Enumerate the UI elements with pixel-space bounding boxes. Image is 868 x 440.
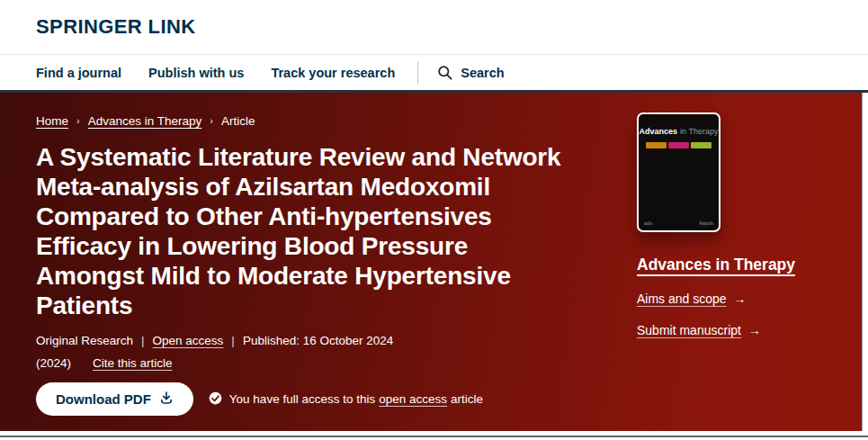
breadcrumb-chevron-icon: ›: [76, 115, 80, 126]
article-type: Original Research: [36, 334, 133, 347]
cover-title-rest: in Therapy: [680, 127, 718, 136]
check-circle-icon: [209, 391, 229, 408]
title-line: A Systematic Literature Review and Netwo…: [36, 142, 625, 172]
article-year: (2024): [36, 356, 71, 370]
submit-manuscript-link[interactable]: Submit manuscript→: [637, 323, 848, 337]
nav-divider: [417, 61, 418, 85]
springer-link-logo[interactable]: SPRINGER LINK: [36, 15, 196, 39]
open-access-link[interactable]: Open access: [153, 334, 224, 347]
section-divider: [0, 436, 868, 437]
cover-bar-orange: [646, 142, 667, 148]
journal-name-link[interactable]: Advances in Therapy: [637, 256, 795, 274]
journal-cover[interactable]: Advancesin Therapy adis Rapids: [637, 112, 720, 232]
search-button[interactable]: Search: [436, 64, 504, 81]
site-header: SPRINGER LINK: [0, 0, 868, 54]
page: SPRINGER LINK Find a journal Publish wit…: [0, 0, 868, 440]
title-line: Patients: [36, 291, 625, 320]
published-date: Published: 16 October 2024: [243, 334, 393, 347]
cover-bar-magenta: [668, 142, 689, 148]
nav-track-your-research[interactable]: Track your research: [271, 66, 395, 80]
open-access-note-link[interactable]: open access: [379, 392, 447, 406]
access-note-text: You have full access to this: [229, 392, 375, 406]
article-actions: Download PDF: [36, 382, 868, 416]
main-nav: Find a journal Publish with us Track you…: [0, 54, 868, 90]
cover-rapids-mark: Rapids: [699, 220, 713, 226]
download-pdf-button[interactable]: Download PDF: [36, 382, 193, 416]
access-note-text: article: [451, 392, 483, 406]
nav-find-a-journal[interactable]: Find a journal: [36, 66, 121, 80]
page-right-gutter: [862, 93, 868, 431]
arrow-right-icon: →: [748, 323, 761, 337]
title-line: Meta-analysis of Azilsartan Medoxomil: [36, 172, 625, 202]
aims-and-scope-label: Aims and scope: [637, 292, 727, 306]
journal-cover-footer: adis Rapids: [639, 220, 719, 230]
title-line: Compared to Other Anti-hypertensives: [36, 202, 625, 231]
article-hero: Home › Advances in Therapy › Article A S…: [0, 90, 868, 431]
aims-and-scope-link[interactable]: Aims and scope→: [637, 292, 848, 306]
access-note: You have full access to this open access…: [209, 391, 483, 408]
breadcrumb-chevron-icon: ›: [210, 115, 213, 126]
breadcrumb-journal[interactable]: Advances in Therapy: [88, 114, 202, 128]
breadcrumb-article: Article: [221, 114, 255, 128]
cover-publisher-mark: adis: [644, 220, 652, 226]
article-meta-secondary: (2024) Cite this article: [36, 356, 868, 370]
meta-divider: |: [141, 334, 145, 347]
breadcrumb-home[interactable]: Home: [36, 114, 68, 128]
title-line: Amongst Mild to Moderate Hypertensive: [36, 261, 625, 291]
search-icon: [436, 64, 453, 81]
meta-divider: |: [231, 334, 235, 347]
search-label: Search: [461, 66, 504, 80]
cite-this-article-link[interactable]: Cite this article: [93, 356, 173, 370]
download-pdf-label: Download PDF: [56, 391, 151, 407]
journal-panel: Advancesin Therapy adis Rapids Advances …: [637, 112, 848, 337]
journal-cover-bars: [646, 142, 711, 148]
cover-title-bold: Advances: [640, 127, 678, 136]
submit-manuscript-label: Submit manuscript: [637, 323, 741, 337]
journal-cover-title: Advancesin Therapy: [639, 127, 719, 136]
cover-bar-green: [691, 142, 711, 148]
article-title: A Systematic Literature Review and Netwo…: [36, 142, 625, 320]
title-line: Efficacy in Lowering Blood Pressure: [36, 231, 625, 261]
download-icon: [159, 391, 174, 408]
nav-publish-with-us[interactable]: Publish with us: [148, 66, 244, 80]
arrow-right-icon: →: [734, 292, 747, 306]
